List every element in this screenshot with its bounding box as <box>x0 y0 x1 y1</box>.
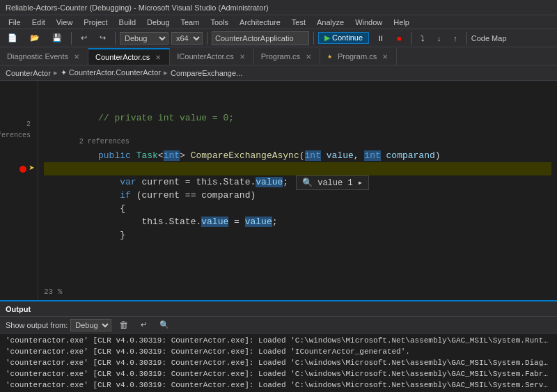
breadcrumb-part2[interactable]: ✦ CounterActor.CounterActor <box>61 68 161 77</box>
output-line-2: 'counteractor.exe' [CLR v4.0.30319: Coun… <box>6 357 551 368</box>
output-line-3: 'counteractor.exe' [CLR v4.0.30319: Coun… <box>6 368 551 379</box>
separator-1 <box>71 32 72 45</box>
code-line-current: var current = this.State.value; <box>44 162 551 175</box>
angle-bracket2: > <box>180 150 191 161</box>
redo-btn[interactable]: ↪ <box>95 32 111 44</box>
find-output-btn[interactable]: 🔍 <box>155 319 174 331</box>
menu-file[interactable]: File <box>3 15 26 29</box>
ref-count-label: 2 references <box>79 138 130 146</box>
menu-analyze[interactable]: Analyze <box>311 15 350 29</box>
separator-2 <box>115 32 116 45</box>
gutter-line-2 <box>0 98 35 111</box>
state-value: value <box>201 217 228 227</box>
menu-team[interactable]: Team <box>175 15 205 29</box>
gutter-line-7: ➤ <box>0 162 35 175</box>
breadcrumb-part1[interactable]: CounterActor <box>6 69 51 77</box>
tab-label: Diagnostic Events <box>7 52 68 61</box>
gutter-line-5 <box>0 136 35 149</box>
tab-close-icon[interactable]: ✕ <box>238 53 246 61</box>
output-title: Output <box>6 305 31 313</box>
brace-close: } <box>77 230 125 240</box>
tab-label: CounterActor.cs <box>95 53 150 61</box>
platform-select[interactable]: x64 <box>171 32 203 45</box>
line-gutter: 2 references ➤ <box>0 81 38 300</box>
var-assign: current = this.State. <box>136 177 256 187</box>
gutter-line-9 <box>0 189 35 202</box>
tooltip-text: value 1 ▸ <box>317 178 363 188</box>
comment-text: // private int value = 0; <box>77 113 234 123</box>
tab-counter-actor[interactable]: CounterActor.cs ✕ <box>88 48 170 65</box>
menu-build[interactable]: Build <box>113 15 141 29</box>
breadcrumb-sep1: ▸ <box>54 68 58 77</box>
value-param: value <box>245 217 272 227</box>
show-output-from-label: Show output from: <box>6 321 68 329</box>
tab-close-icon[interactable]: ✕ <box>154 54 162 61</box>
tab-close-icon[interactable]: ✕ <box>304 53 313 61</box>
assign-eq: = <box>228 217 244 227</box>
menu-architecture[interactable]: Architecture <box>234 15 286 29</box>
menu-project[interactable]: Project <box>78 15 113 29</box>
brace2: { <box>77 203 125 214</box>
separator-5 <box>411 32 411 45</box>
output-content: 'counteractor.exe' [CLR v4.0.30319: Coun… <box>0 334 557 392</box>
keyword-int1: int <box>164 150 180 161</box>
app-name-input[interactable] <box>212 31 309 45</box>
output-source-select[interactable]: Debug <box>70 319 111 331</box>
gutter-line-10 <box>0 202 35 215</box>
tab-program1[interactable]: Program.cs ✕ <box>254 48 320 65</box>
menu-test[interactable]: Test <box>286 15 311 29</box>
gutter-line-ref: 2 references <box>0 125 35 136</box>
tab-close-icon[interactable]: ✕ <box>72 53 81 61</box>
breadcrumb-part3[interactable]: CompareExchange... <box>171 69 242 77</box>
tab-program2[interactable]: Program.cs ✕ <box>320 48 397 65</box>
menu-window[interactable]: Window <box>350 15 388 29</box>
title-bar: Reliable-Actors-Counter (Debugging) - Mi… <box>0 0 557 15</box>
code-line-refcount: 2 references <box>44 125 551 136</box>
output-header: Output <box>0 301 557 317</box>
menu-edit[interactable]: Edit <box>26 15 51 29</box>
menu-help[interactable]: Help <box>388 15 415 29</box>
output-toolbar: Show output from: Debug 🗑 ↵ 🔍 <box>0 317 557 334</box>
code-line-comment: // private int value = 0; <box>44 98 551 111</box>
zoom-level: 23 % <box>44 288 62 296</box>
save-btn[interactable]: 💾 <box>47 32 67 44</box>
undo-btn[interactable]: ↩ <box>76 32 92 44</box>
menu-debug[interactable]: Debug <box>141 15 175 29</box>
new-project-btn[interactable]: 📄 <box>3 32 22 44</box>
tab-icounter-actor[interactable]: ICounterActor.cs ✕ <box>170 48 253 65</box>
tooltip-icon: 🔍 <box>302 178 313 188</box>
keyword-int2: int <box>305 150 321 161</box>
step-over-btn[interactable]: ⤵ <box>416 33 430 44</box>
output-line-0: 'counteractor.exe' [CLR v4.0.30319: Coun… <box>6 335 551 346</box>
clear-output-btn[interactable]: 🗑 <box>114 318 133 331</box>
title-bar-text: Reliable-Actors-Counter (Debugging) - Mi… <box>6 3 269 12</box>
play-icon: ▶ <box>324 33 330 42</box>
pause-btn[interactable]: ⏸ <box>372 33 389 44</box>
debug-config-select[interactable]: Debug <box>120 32 168 45</box>
separator-6 <box>466 32 467 45</box>
angle-bracket: < <box>158 150 164 161</box>
continue-button[interactable]: ▶ Continue <box>318 32 369 44</box>
output-line-1: 'counteractor.exe' [CLR v4.0.30319: Coun… <box>6 346 551 357</box>
method-name: CompareExchangeAsync <box>191 150 299 161</box>
code-editor[interactable]: // private int value = 0; 2 references p… <box>38 81 557 300</box>
breadcrumb: CounterActor ▸ ✦ CounterActor.CounterAct… <box>0 65 557 81</box>
open-btn[interactable]: 📂 <box>25 32 45 44</box>
gutter-line-6 <box>0 149 35 162</box>
tab-label: ICounterActor.cs <box>177 52 233 61</box>
menu-tools[interactable]: Tools <box>205 15 234 29</box>
paren: ( <box>299 150 305 161</box>
menu-view[interactable]: View <box>51 15 79 29</box>
step-out-btn[interactable]: ↑ <box>448 33 462 44</box>
tab-close-icon[interactable]: ✕ <box>381 53 389 61</box>
keyword-public: public <box>77 150 136 161</box>
stop-btn[interactable]: ■ <box>392 33 407 44</box>
assign-text: this.State. <box>77 217 201 227</box>
semicolon: ; <box>283 177 288 187</box>
separator-3 <box>207 32 207 45</box>
assign-semi: ; <box>272 217 278 227</box>
tab-diagnostic-events[interactable]: Diagnostic Events ✕ <box>0 48 88 65</box>
step-into-btn[interactable]: ↓ <box>432 33 446 44</box>
param-value: value <box>321 150 354 161</box>
word-wrap-btn[interactable]: ↵ <box>136 319 152 331</box>
